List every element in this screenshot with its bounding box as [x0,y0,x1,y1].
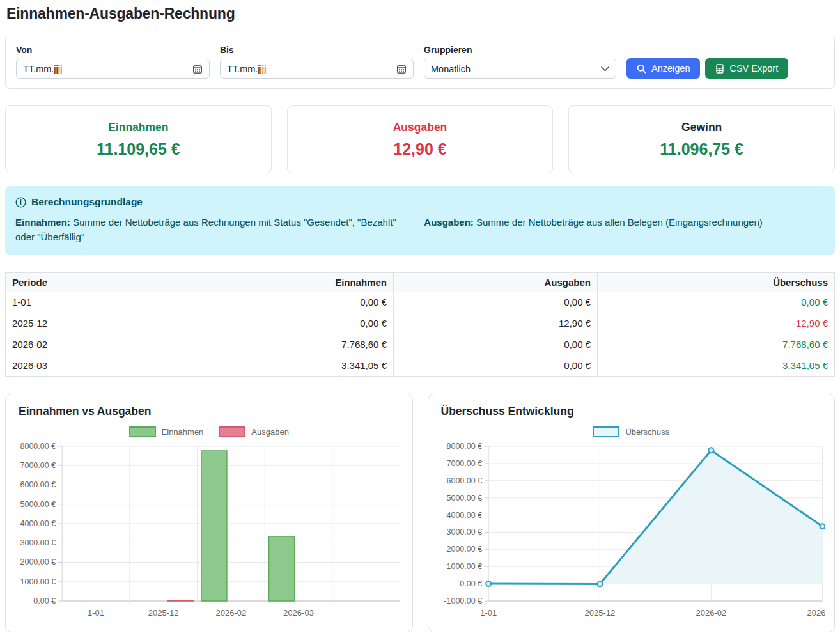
filter-panel: Von TT.mm.jjjj Bis TT.mm.jjjj Gruppieren… [5,35,835,89]
periode-cell: 1-01 [6,292,169,313]
info-box-title-row: Berechnungsgrundlage [15,196,825,208]
chevron-down-icon [601,66,609,72]
svg-text:2026-03: 2026-03 [283,608,314,618]
svg-text:6000.00 €: 6000.00 € [446,476,482,485]
periode-cell: 2026-02 [6,334,169,355]
legend-label: Überschuss [625,427,669,437]
periode-cell: 2025-12 [6,313,169,334]
info-ausgaben-text: Ausgaben: Summe der Nettobeträge aus all… [424,215,825,245]
line-chart-card: Überschuss Entwicklung Überschuss -1000.… [428,394,836,632]
line-chart-title: Überschuss Entwicklung [441,405,826,418]
svg-text:7000.00 €: 7000.00 € [20,461,56,470]
einnahmen-cell: 7.768,60 € [169,334,393,355]
bis-date-value: TT.mm.jjjj [227,64,266,74]
svg-text:2000.00 €: 2000.00 € [446,545,482,554]
search-icon [637,64,646,74]
svg-text:3000.00 €: 3000.00 € [20,538,56,547]
gruppieren-selected-value: Monatlich [431,64,471,74]
col-header-ausgaben: Ausgaben [393,272,597,292]
svg-text:1000.00 €: 1000.00 € [446,562,482,571]
gruppieren-select[interactable]: Monatlich [424,59,616,79]
svg-text:4000.00 €: 4000.00 € [446,510,482,519]
legend-label: Ausgaben [251,427,289,437]
svg-text:4000.00 €: 4000.00 € [20,519,56,528]
legend-item[interactable]: Ausgaben [219,426,289,437]
calendar-icon[interactable] [192,64,203,74]
info-box: Berechnungsgrundlage Einnahmen: Summe de… [5,186,835,255]
ueberschuss-cell: 7.768,60 € [598,334,835,355]
gewinn-card-value: 11.096,75 € [660,140,743,159]
info-einnahmen-term: Einnahmen: [15,217,70,228]
ausgaben-card: Ausgaben 12,90 € [287,105,554,173]
ueberschuss-cell: 3.341,05 € [598,355,835,376]
bis-label: Bis [220,45,414,55]
info-box-body: Einnahmen: Summe der Nettobeträge aus Re… [15,215,825,245]
col-header-einnahmen: Einnahmen [169,272,393,292]
legend-label: Einnahmen [162,427,204,437]
ausgaben-cell: 12,90 € [393,313,597,334]
ausgaben-cell: 0,00 € [393,334,597,355]
anzeigen-button-label: Anzeigen [651,63,690,74]
bar-chart-card: Einnahmen vs Ausgaben EinnahmenAusgaben … [5,394,413,632]
einnahmen-cell: 3.341,05 € [169,355,393,376]
von-field-group: Von TT.mm.jjjj [16,45,210,79]
von-label: Von [16,45,210,55]
periode-cell: 2026-03 [6,355,169,376]
table-row: 2025-120,00 €12,90 €-12,90 € [6,313,835,334]
bar-chart-canvas[interactable]: 0.00 €1000.00 €2000.00 €3000.00 €4000.00… [15,440,403,627]
einnahmen-card-value: 11.109,65 € [97,140,180,159]
table-row: 1-010,00 €0,00 €0,00 € [6,292,835,313]
gruppieren-label: Gruppieren [424,45,616,55]
table-row: 2026-027.768,60 €0,00 €7.768,60 € [6,334,835,355]
charts-row: Einnahmen vs Ausgaben EinnahmenAusgaben … [5,394,835,632]
line-chart-legend: Überschuss [437,426,826,439]
svg-text:2026-03: 2026-03 [807,608,825,618]
ausgaben-card-value: 12,90 € [393,140,446,159]
periods-table-header: Periode Einnahmen Ausgaben Überschuss [6,272,835,292]
legend-swatch [593,426,619,437]
summary-cards: Einnahmen 11.109,65 € Ausgaben 12,90 € G… [5,105,835,173]
table-row: 2026-033.341,05 €0,00 €3.341,05 € [6,355,835,376]
legend-swatch [129,426,156,437]
info-ausgaben-term: Ausgaben: [424,217,474,228]
svg-text:0.00 €: 0.00 € [33,597,56,605]
bar-chart-title: Einnahmen vs Ausgaben [19,405,403,418]
svg-text:5000.00 €: 5000.00 € [446,493,482,502]
csv-export-button-label: CSV Export [729,63,778,74]
ueberschuss-cell: 0,00 € [598,292,835,313]
von-date-input[interactable]: TT.mm.jjjj [16,59,210,79]
ausgaben-cell: 0,00 € [393,292,597,313]
csv-export-button[interactable]: CSV Export [705,58,788,79]
svg-text:-1000.00 €: -1000.00 € [444,597,482,605]
svg-text:1000.00 €: 1000.00 € [20,577,56,586]
line-chart-canvas[interactable]: -1000.00 €0.00 €1000.00 €2000.00 €3000.0… [437,440,826,627]
legend-swatch [219,426,245,437]
ueberschuss-cell: -12,90 € [598,313,835,334]
filter-actions: Anzeigen CSV Export [626,58,788,79]
ausgaben-card-title: Ausgaben [393,121,447,134]
gruppieren-field-group: Gruppieren Monatlich [424,45,616,79]
anzeigen-button[interactable]: Anzeigen [626,58,700,79]
svg-text:5000.00 €: 5000.00 € [20,499,56,508]
periods-table-body: 1-010,00 €0,00 €0,00 €2025-120,00 €12,90… [6,292,835,376]
col-header-ueberschuss: Überschuss [598,272,835,292]
svg-text:1-01: 1-01 [88,608,104,618]
einnahmen-cell: 0,00 € [169,313,393,334]
legend-item[interactable]: Überschuss [593,426,669,437]
svg-text:3000.00 €: 3000.00 € [446,527,482,536]
von-date-value: TT.mm.jjjj [23,64,62,74]
legend-item[interactable]: Einnahmen [129,426,204,437]
einnahmen-cell: 0,00 € [169,292,393,313]
bis-date-input[interactable]: TT.mm.jjjj [220,59,414,79]
svg-text:8000.00 €: 8000.00 € [20,442,56,451]
svg-text:2025-12: 2025-12 [584,608,615,618]
einnahmen-card: Einnahmen 11.109,65 € [5,105,272,173]
calendar-icon[interactable] [396,64,407,74]
col-header-periode: Periode [6,272,169,292]
einnahmen-card-title: Einnahmen [108,121,168,134]
svg-text:2025-12: 2025-12 [148,608,179,618]
info-einnahmen-text: Einnahmen: Summe der Nettobeträge aus Re… [15,215,424,245]
svg-text:2026-02: 2026-02 [215,608,246,618]
gewinn-card: Gewinn 11.096,75 € [568,105,835,173]
info-icon [15,197,26,208]
